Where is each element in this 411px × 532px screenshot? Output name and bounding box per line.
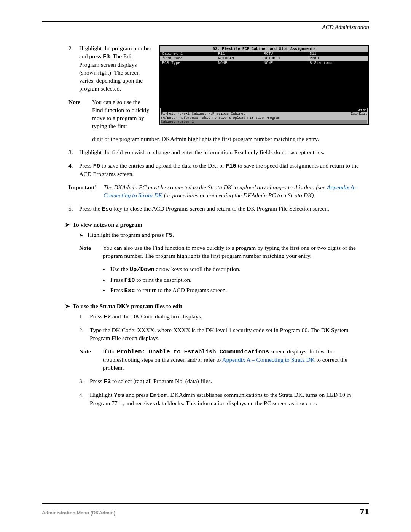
key-updown: Up/Down (130, 266, 155, 273)
footer-title: Administration Menu (DKAdmin) (42, 510, 115, 516)
edit-program-screenshot: 03: Flexbile PCB Cabinet and Slot Assign… (159, 45, 369, 125)
note-1-text: You can also use the Find function to qu… (92, 98, 152, 130)
key-f9: F9 (93, 163, 100, 169)
key-f5: F5 (165, 232, 172, 239)
key-f3: F3 (103, 53, 110, 60)
key-esc-2: Esc (124, 287, 135, 294)
heading-use-strata: To use the Strata DK's program files to … (65, 302, 369, 310)
step-2-text: Highlight the program number and press F… (79, 45, 152, 93)
use-step-1-text: Press F2 and the DK Code dialog box disp… (90, 313, 369, 321)
note-1-label: Note (68, 98, 92, 130)
bullet-f10-print: Press F10 to print the description. (103, 276, 369, 284)
key-f10-2: F10 (124, 277, 135, 284)
key-enter: Enter (150, 392, 167, 399)
note-2-text: You can also use the Find function to mo… (103, 244, 369, 260)
use-step-3-text: Press F2 to select (tag) all Program No.… (90, 377, 369, 386)
bullet-updown: Use the Up/Down arrow keys to scroll the… (103, 265, 369, 274)
key-f2-2: F2 (104, 378, 111, 385)
important-label: Important! (68, 184, 104, 200)
key-f10: F10 (226, 163, 236, 169)
note-2-label: Note (79, 244, 103, 260)
note-1-continuation: digit of the program number. DKAdmin hig… (92, 135, 369, 143)
step-3-text: Highlight the field you wish to change a… (79, 149, 369, 157)
use-step-4-number: 4. (79, 391, 90, 407)
use-step-2-number: 2. (79, 326, 90, 342)
screenshot-footer: ▲▼◄► F1-Help +:Next Cabinet -:Previous C… (160, 108, 368, 124)
use-step-2-text: Type the DK Code: XXXX, where XXXX is th… (90, 326, 369, 342)
step-5-number: 5. (68, 205, 79, 213)
sub-view-step: Highlight the program and press F5. (79, 231, 369, 240)
key-yes: Yes (114, 392, 124, 399)
step-4-number: 4. (68, 162, 79, 178)
bullet-esc-return: Press Esc to return to the ACD Programs … (103, 286, 369, 295)
step-3-number: 3. (68, 149, 79, 157)
screenshot-table: Cabinet 1 R11 RCTU S11 *PCB Code RCTUBA3… (160, 52, 368, 65)
use-step-3-number: 3. (79, 377, 90, 386)
heading-view-notes: To view notes on a program (65, 221, 369, 229)
important-text: The DKAdmin PC must be connected to the … (104, 184, 369, 200)
step-5-text: Press the Esc key to close the ACD Progr… (79, 205, 369, 213)
use-step-4-text: Highlight Yes and press Enter. DKAdmin e… (90, 391, 369, 407)
appendix-a-link-2[interactable]: Appendix A – Connecting to Strata DK (222, 356, 315, 363)
step-4-text: Press F9 to save the entries and upload … (79, 162, 369, 178)
note-3-text: If the Problem: Unable to Establish Comm… (103, 348, 369, 372)
step-2-number: 2. (68, 45, 79, 93)
problem-text: Problem: Unable to Establish Communicati… (117, 348, 269, 355)
page-number: 71 (360, 506, 369, 518)
use-step-1-number: 1. (79, 313, 90, 321)
header-title: ACD Administration (42, 23, 369, 31)
key-esc: Esc (102, 206, 112, 212)
screenshot-title: 03: Flexbile PCB Cabinet and Slot Assign… (160, 46, 368, 52)
note-3-label: Note (79, 348, 103, 372)
key-f2: F2 (104, 313, 111, 320)
header-rule (42, 21, 369, 22)
